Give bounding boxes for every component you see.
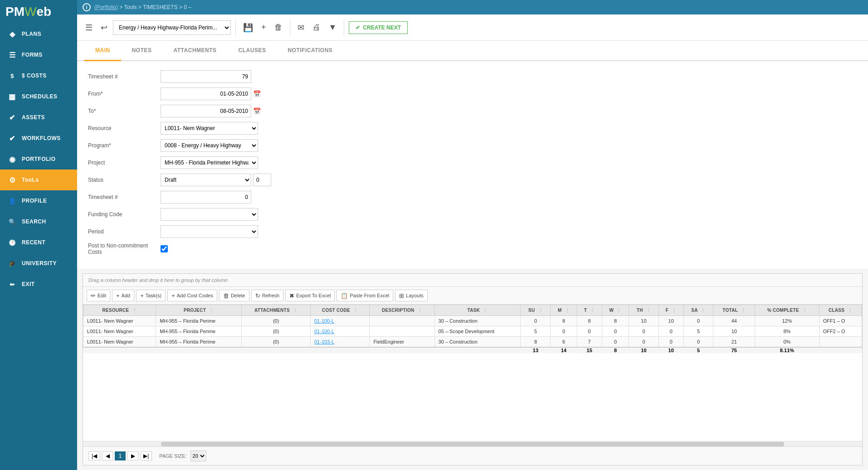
cell-costcode[interactable]: 01-100-L [310,326,369,337]
prev-page-button[interactable]: ◀ [102,451,113,460]
sidebar-item-search[interactable]: 🔍 SEARCH [0,211,77,232]
export-button[interactable]: ✖ Export To Excel [285,290,335,301]
table-row[interactable]: L0011- Nem Wagner MH-955 – Florida Perim… [83,316,862,326]
undo-button[interactable]: ↩ [98,20,110,35]
sidebar-item-tools[interactable]: ⚙ TooLs [0,170,77,190]
post-checkbox[interactable] [161,245,168,252]
horizontal-scrollbar[interactable] [83,441,862,446]
status-select[interactable]: Draft [161,174,251,186]
sidebar-item-exit[interactable]: ⬅ EXIT [0,274,77,295]
timesheet2-input[interactable] [161,191,251,204]
table-row[interactable]: L0011- Nem Wagner MH-955 – Florida Perim… [83,326,862,337]
program-select[interactable]: Energy / Heavy Highway-Florida Perim... [113,20,231,35]
tab-attachments[interactable]: ATTACHMENTS [163,41,228,61]
funding-select[interactable] [161,208,258,221]
page-size-select[interactable]: 20 [190,451,206,461]
paste-button[interactable]: 📋 Paste From Excel [336,290,393,301]
sidebar-item-recent[interactable]: 🕐 RECENT [0,232,77,253]
cell-description [370,316,434,326]
program-label: Program* [88,142,161,149]
total-complete: 8.11% [755,347,819,353]
col-attachments[interactable]: ATTACHMENTS ⋮ [242,305,311,316]
period-select[interactable] [161,225,258,238]
col-sa[interactable]: SA ⋮ [683,305,713,316]
next-page-button[interactable]: ▶ [127,451,138,460]
to-calendar-icon[interactable]: 📅 [253,107,261,115]
print-button[interactable]: 🖨 [310,20,323,35]
to-input[interactable] [161,105,251,117]
add-cost-button[interactable]: + Add Cost Codes [167,290,217,301]
sidebar-item-plans[interactable]: ◈ PLANS [0,24,77,44]
list-view-button[interactable]: ☰ [83,20,95,35]
breadcrumb: (Portfolio) > Tools > TIMESHEETS > 0 – [94,4,191,10]
table-row[interactable]: L0011- Nem Wagner MH-955 – Florida Perim… [83,337,862,348]
last-page-button[interactable]: ▶| [140,451,152,460]
timesheet-num-input[interactable] [161,70,251,83]
program-select-field[interactable]: 0008 - Energy / Heavy Highway [161,139,258,152]
col-class[interactable]: CLASS ⋮ [819,305,862,316]
cell-su: 8 [521,337,551,348]
breadcrumb-portfolio[interactable]: (Portfolio) [94,4,118,10]
scrollbar-track [161,442,784,446]
cost-code-link[interactable]: 01-100-L [314,329,334,334]
tab-main[interactable]: MAIN [84,41,121,61]
col-su[interactable]: SU ⋮ [521,305,551,316]
col-th[interactable]: TH ⋮ [629,305,658,316]
refresh-button[interactable]: ↻ Refresh [251,290,284,301]
tab-notes[interactable]: NOTES [121,41,163,61]
sidebar-item-portfolio[interactable]: ◉ PORTFOLIO [0,149,77,170]
sidebar-item-assets[interactable]: ✔ ASSETS [0,107,77,128]
delete-button[interactable]: 🗑 [272,20,285,35]
grid-delete-button[interactable]: 🗑 Delete [219,290,249,301]
print-dropdown-button[interactable]: ▼ [326,20,340,35]
info-icon[interactable]: i [83,3,91,11]
resource-select[interactable]: L0011- Nem Wagner [161,122,258,135]
edit-button[interactable]: ✏ Edit [87,290,110,301]
save-button[interactable]: 💾 [240,20,256,35]
tab-notifications[interactable]: NOTIFICATIONS [277,41,343,61]
col-m[interactable]: M ⋮ [551,305,577,316]
col-w[interactable]: W ⋮ [602,305,629,316]
cell-costcode[interactable]: 01-100-L [310,316,369,326]
layouts-button[interactable]: ⊞ Layouts [395,290,428,301]
email-button[interactable]: ✉ [295,20,307,35]
toolbar-separator-3 [344,19,344,36]
project-select[interactable]: MH-955 - Florida Perimeter Highway [161,156,258,169]
grid-add-button[interactable]: + Add [112,290,134,301]
sidebar-item-workflows[interactable]: ✔ WORKFLOWS [0,128,77,149]
col-complete[interactable]: % COMPLETE ⋮ [755,305,819,316]
task-button[interactable]: + Task(s) [136,290,166,301]
cell-costcode[interactable]: 01-103-L [310,337,369,348]
pencil-icon: ✏ [91,292,96,299]
col-resource[interactable]: RESOURCE ⋮ [83,305,156,316]
sidebar-item-university[interactable]: 🎓 UNIVERSITY [0,253,77,274]
col-costcode[interactable]: COST CODE ⋮ [310,305,369,316]
col-description[interactable]: DESCRIPTION ⋮ [370,305,434,316]
page-1-button[interactable]: 1 [115,451,126,460]
add-label: Add [122,293,131,298]
col-t[interactable]: T ⋮ [577,305,602,316]
create-next-button[interactable]: ✔ CREATE NEXT [349,21,408,34]
col-project[interactable]: PROJECT ⋮ [156,305,242,316]
col-f[interactable]: F ⋮ [658,305,683,316]
cost-code-link[interactable]: 01-100-L [314,318,334,324]
sidebar-item-label: EXIT [22,281,35,287]
from-input[interactable] [161,87,251,100]
breadcrumb-separator: > Tools > TIMESHEETS > 0 – [119,4,191,10]
col-total[interactable]: TOTAL ⋮ [713,305,755,316]
cost-code-link[interactable]: 01-103-L [314,339,334,344]
layouts-icon: ⊞ [399,292,404,299]
tab-clauses[interactable]: CLAUSES [228,41,277,61]
sidebar-item-forms[interactable]: ☰ FORMS [0,44,77,65]
logo-eb: eb [36,5,51,19]
sidebar-item-costs[interactable]: $ $ COSTS [0,65,77,86]
first-page-button[interactable]: |◀ [88,451,100,460]
sidebar-item-profile[interactable]: 👤 PROFILE [0,190,77,211]
cell-class: OFF1 – O [819,316,862,326]
sidebar-item-schedules[interactable]: ▦ SCHEDULES [0,86,77,107]
cell-task: 05 – Scope Development [434,326,521,337]
col-task[interactable]: TASK ⋮ [434,305,521,316]
from-calendar-icon[interactable]: 📅 [253,90,261,97]
status-num-input[interactable] [253,174,271,186]
add-button[interactable]: + [258,20,269,35]
